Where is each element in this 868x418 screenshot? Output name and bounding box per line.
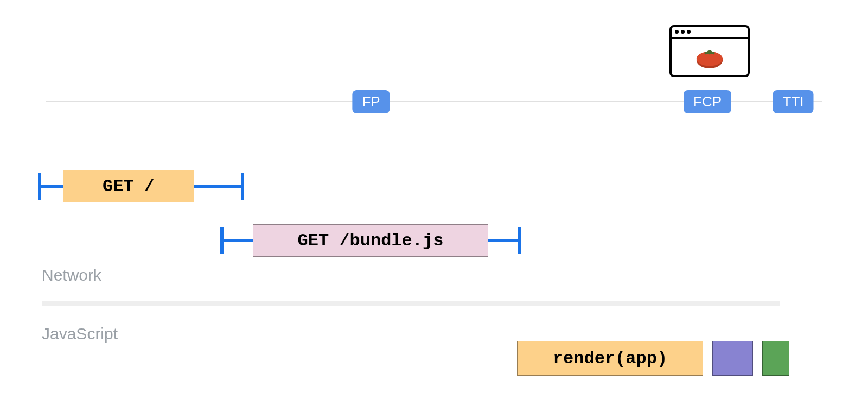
request-whisker-cap-get-root-end: [241, 173, 244, 200]
js-task-render-app: render(app): [517, 341, 703, 376]
network-request-get-bundle: GET /bundle.js: [253, 224, 488, 257]
browser-titlebar: [672, 27, 748, 39]
js-task-green-task: [762, 341, 789, 376]
timeline-marker-fcp: FCP: [684, 90, 731, 113]
timeline-marker-tti: TTI: [773, 90, 814, 113]
request-whisker-cap-get-bundle-end: [518, 227, 521, 254]
network-section-label: Network: [42, 266, 101, 284]
request-whisker-cap-get-bundle-start: [220, 227, 224, 254]
browser-content: [672, 39, 748, 75]
window-dots-icon: [675, 30, 691, 34]
network-request-get-root: GET /: [63, 170, 194, 202]
section-divider: [42, 301, 780, 306]
timeline-marker-fp: FP: [352, 90, 390, 113]
request-whisker-cap-get-root-start: [38, 173, 41, 200]
browser-preview: [669, 25, 750, 77]
tomato-icon: [672, 39, 748, 75]
js-task-purple-task: [712, 341, 753, 376]
javascript-section-label: JavaScript: [42, 325, 118, 343]
